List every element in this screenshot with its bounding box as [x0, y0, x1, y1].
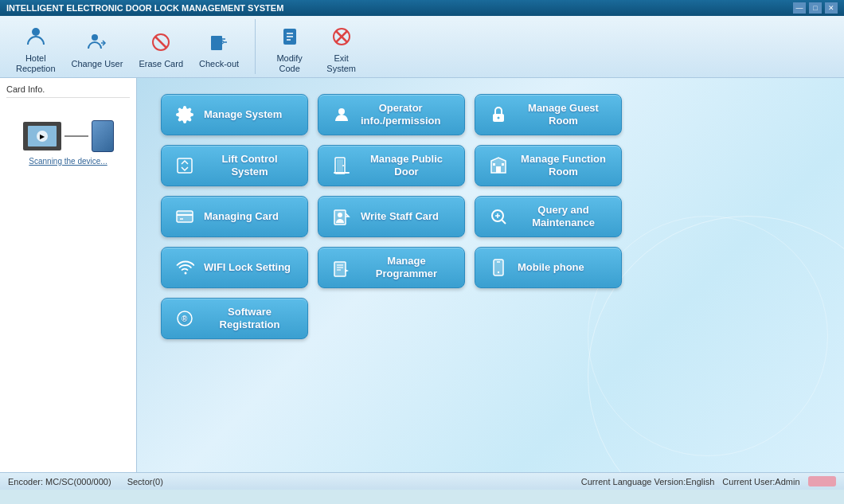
maximize-button[interactable]: □: [809, 2, 822, 14]
status-right: Current Language Version:English Current…: [581, 476, 836, 486]
manage-system-buttons: HotelRecpetion Change User: [8, 19, 247, 77]
svg-point-14: [498, 117, 500, 119]
software-registration-label: Software Registration: [204, 306, 295, 330]
change-user-label: Change User: [72, 59, 123, 69]
modify-code-label: ModifyCode: [276, 53, 302, 74]
exit-system-button[interactable]: ExitSystem: [315, 19, 367, 77]
card-icon: [92, 120, 114, 152]
app-title: INTELLIGENT ELECTRONIC DOOR LOCK MANAGEM…: [6, 3, 283, 13]
svg-rect-22: [502, 163, 504, 166]
content-area: Manage System Operatorinfo./permission: [137, 78, 844, 472]
svg-point-32: [185, 272, 187, 275]
scan-text[interactable]: Scanning the device...: [29, 157, 107, 166]
sidebar-title: Card Info.: [6, 84, 130, 98]
svg-rect-19: [334, 172, 350, 174]
query-maintenance-button[interactable]: Query and Maintenance: [475, 196, 622, 237]
query-maintenance-label: Query and Maintenance: [518, 204, 609, 229]
modify-code-button[interactable]: ModifyCode: [264, 19, 315, 77]
manage-public-door-button[interactable]: Manage Public Door: [318, 145, 465, 186]
mobile-phone-label: Mobile phone: [518, 261, 584, 274]
check-out-button[interactable]: Check-out: [191, 19, 247, 77]
manage-system-button[interactable]: Manage System: [161, 94, 308, 135]
hotel-reception-icon: [21, 22, 50, 51]
connector-line: [64, 135, 88, 137]
wifi-lock-button[interactable]: WIFI Lock Setting: [161, 247, 308, 288]
encoder-label: Encoder: MC/SC(000/000): [8, 477, 111, 486]
sidebar: Card Info. ▶ Scanning the device...: [0, 78, 137, 472]
manage-system-group: HotelRecpetion Change User: [0, 19, 256, 74]
lift-control-label: Lift Control System: [204, 153, 295, 178]
phone-icon: [487, 256, 510, 279]
query-icon: [487, 205, 510, 228]
managing-card-label: Managing Card: [204, 210, 279, 223]
svg-point-18: [342, 165, 344, 166]
svg-line-3: [155, 37, 166, 48]
language-label: Current Language Version:English: [581, 477, 715, 486]
manage-programmer-button[interactable]: Manage Programmer: [318, 247, 465, 288]
programmer-icon: [330, 256, 353, 279]
manage-programmer-label: Manage Programmer: [361, 255, 452, 279]
modify-code-icon: [275, 22, 304, 51]
status-indicator: [808, 476, 836, 486]
operator-info-label: Operatorinfo./permission: [361, 102, 440, 127]
lock-icon: [487, 104, 510, 126]
exit-system-icon: [327, 22, 356, 51]
lift-control-button[interactable]: Lift Control System: [161, 145, 308, 186]
svg-point-0: [32, 28, 40, 36]
operator-info-button[interactable]: Operatorinfo./permission: [318, 94, 465, 135]
building-icon: [487, 154, 510, 177]
erase-card-label: Erase Card: [139, 59, 183, 69]
svg-point-39: [498, 272, 499, 273]
check-out-icon: [205, 28, 233, 57]
lift-icon: [174, 154, 196, 177]
status-left: Encoder: MC/SC(000/000) Sector(0): [8, 477, 163, 486]
svg-rect-17: [337, 159, 343, 172]
manage-guest-room-button[interactable]: Manage Guest Room: [475, 94, 622, 135]
manage-system-label: Manage System: [204, 108, 282, 121]
device-row: ▶: [23, 120, 114, 152]
write-staff-card-button[interactable]: Write Staff Card: [318, 196, 465, 237]
svg-point-12: [338, 108, 345, 115]
change-user-button[interactable]: Change User: [64, 19, 131, 77]
exit-system-label: ExitSystem: [326, 53, 356, 74]
hotel-reception-label: HotelRecpetion: [16, 53, 56, 74]
toolbar: HotelRecpetion Change User: [0, 16, 844, 78]
monitor-icon: ▶: [23, 122, 61, 150]
manage-function-room-button[interactable]: Manage Function Room: [475, 145, 622, 186]
person-icon: [330, 104, 353, 126]
manage-function-room-label: Manage Function Room: [518, 153, 609, 178]
main-layout: Card Info. ▶ Scanning the device...: [0, 78, 844, 472]
system-exit-buttons: ModifyCode ExitSystem: [264, 19, 367, 77]
manage-public-door-label: Manage Public Door: [361, 153, 452, 178]
mobile-phone-button[interactable]: Mobile phone: [475, 247, 622, 288]
door-icon: [330, 154, 353, 177]
card-menu-icon: [174, 205, 196, 228]
close-button[interactable]: ✕: [825, 2, 838, 14]
svg-point-27: [338, 213, 342, 217]
svg-rect-21: [493, 163, 495, 166]
sector-label: Sector(0): [127, 477, 163, 486]
minimize-button[interactable]: —: [793, 2, 806, 14]
hotel-reception-button[interactable]: HotelRecpetion: [8, 19, 64, 77]
svg-point-1: [92, 34, 98, 41]
menu-buttons-grid: Manage System Operatorinfo./permission: [161, 94, 820, 339]
wifi-icon: [174, 256, 196, 279]
erase-card-icon: [147, 28, 175, 57]
staff-icon: [330, 205, 353, 228]
register-icon: ®: [174, 307, 196, 330]
erase-card-button[interactable]: Erase Card: [131, 19, 191, 77]
svg-line-29: [502, 221, 506, 225]
manage-guest-room-label: Manage Guest Room: [518, 102, 609, 127]
play-overlay: ▶: [37, 131, 48, 142]
change-user-icon: [83, 28, 111, 57]
svg-rect-33: [334, 262, 346, 276]
title-bar-controls[interactable]: — □ ✕: [793, 2, 838, 14]
svg-rect-23: [177, 211, 193, 222]
svg-rect-4: [211, 36, 222, 50]
svg-rect-20: [496, 166, 501, 173]
check-out-label: Check-out: [199, 59, 239, 69]
write-staff-card-label: Write Staff Card: [361, 210, 439, 223]
software-registration-button[interactable]: ® Software Registration: [161, 298, 308, 339]
title-bar: INTELLIGENT ELECTRONIC DOOR LOCK MANAGEM…: [0, 0, 844, 16]
managing-card-button[interactable]: Managing Card: [161, 196, 308, 237]
